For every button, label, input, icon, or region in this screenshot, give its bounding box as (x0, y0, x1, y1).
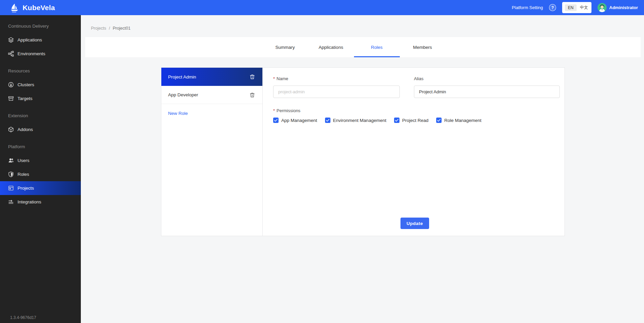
sidebar-group-title: Extension (0, 109, 81, 123)
name-input[interactable] (273, 86, 400, 98)
topbar-right: Platform Setting ? EN中文 Administrator (512, 2, 638, 13)
sidebar-item-label: Users (18, 158, 29, 163)
tab-members[interactable]: Members (400, 37, 446, 57)
sidebar-item-roles[interactable]: Roles (0, 167, 81, 181)
sidebar-item-label: Clusters (18, 82, 34, 87)
archive-icon (8, 96, 14, 101)
sidebar-item-targets[interactable]: Targets (0, 92, 81, 105)
permissions-row: App Management Environment Management Pr… (273, 118, 481, 123)
breadcrumb: Projects / Project01 (91, 26, 130, 31)
sidebar-item-environments[interactable]: Environments (0, 47, 81, 61)
sidebar: Continuous Delivery Applications (0, 15, 81, 323)
avatar (598, 3, 607, 12)
layout-icon (8, 185, 14, 191)
checkbox-checked-icon[interactable] (325, 118, 330, 123)
sidebar-item-clusters[interactable]: Clusters (0, 78, 81, 92)
permission-project-read[interactable]: Project Read (394, 118, 428, 123)
brand[interactable]: KubeVela (9, 3, 55, 13)
delete-role-icon[interactable] (250, 92, 255, 98)
sidebar-item-label: Environments (18, 51, 45, 56)
required-marker: * (273, 76, 275, 81)
cloud-download-icon (8, 82, 14, 88)
environments-icon (8, 51, 14, 57)
sidebar-group-resources: Resources Clusters Targets (0, 64, 81, 105)
shield-icon (8, 171, 14, 177)
permission-app-management[interactable]: App Management (273, 118, 317, 123)
role-name: App Developer (168, 92, 198, 97)
sidebar-group-extension: Extension Addons (0, 109, 81, 136)
role-name: Project Admin (168, 74, 196, 79)
username: Administrator (609, 5, 638, 10)
update-button[interactable]: Update (400, 218, 429, 229)
breadcrumb-current: Project01 (113, 26, 131, 31)
sidebar-group-platform: Platform Users Roles (0, 140, 81, 209)
help-icon[interactable]: ? (549, 4, 556, 11)
permission-role-management[interactable]: Role Management (436, 118, 481, 123)
tabs: Summary Applications Roles Members (262, 37, 446, 57)
lang-zh-button[interactable]: 中文 (579, 4, 589, 11)
sidebar-item-label: Addons (18, 127, 33, 132)
permission-label: Project Read (402, 118, 428, 123)
sidebar-group-continuous-delivery: Continuous Delivery Applications (0, 19, 81, 61)
sidebar-group-title: Resources (0, 64, 81, 78)
tab-applications[interactable]: Applications (308, 37, 354, 57)
alias-input[interactable] (414, 86, 560, 98)
permission-label: App Management (281, 118, 317, 123)
version-label: 1.3.4-9676d17 (10, 315, 36, 320)
breadcrumb-separator: / (109, 26, 110, 31)
permission-label: Environment Management (333, 118, 386, 123)
sidebar-item-projects[interactable]: Projects (0, 181, 81, 195)
checkbox-checked-icon[interactable] (436, 118, 442, 123)
permissions-label: * Permissions (273, 108, 300, 113)
permission-environment-management[interactable]: Environment Management (325, 118, 386, 123)
roles-list: Project Admin App Developer (161, 68, 263, 236)
users-icon (8, 158, 14, 163)
kubevela-logo-icon (9, 3, 20, 13)
sidebar-item-users[interactable]: Users (0, 154, 81, 167)
sidebar-item-integrations[interactable]: Integrations (0, 195, 81, 209)
sidebar-item-label: Roles (18, 172, 29, 177)
user-menu[interactable]: Administrator (598, 3, 638, 12)
tab-summary[interactable]: Summary (262, 37, 308, 57)
breadcrumb-projects[interactable]: Projects (91, 26, 106, 31)
role-form: * Name Alias * Permissions App Managemen… (263, 68, 565, 236)
layers-icon (8, 37, 14, 43)
brand-name: KubeVela (23, 4, 55, 12)
sidebar-group-title: Continuous Delivery (0, 19, 81, 33)
sidebar-item-label: Projects (18, 186, 34, 191)
topbar: KubeVela Platform Setting ? EN中文 Adminis… (0, 0, 644, 15)
new-role-button[interactable]: New Role (161, 104, 262, 122)
sidebar-item-label: Applications (18, 37, 42, 42)
sidebar-item-addons[interactable]: Addons (0, 123, 81, 136)
role-item-app-developer[interactable]: App Developer (161, 86, 262, 104)
role-item-project-admin[interactable]: Project Admin (161, 68, 262, 86)
cube-icon (8, 127, 14, 132)
sidebar-item-applications[interactable]: Applications (0, 33, 81, 47)
lang-en-button[interactable]: EN (565, 4, 577, 11)
sidebar-item-label: Integrations (18, 199, 41, 204)
alias-field-label: Alias (414, 76, 423, 81)
lines-icon (8, 199, 14, 205)
project-tabbar: Summary Applications Roles Members (85, 37, 641, 57)
name-field-label: * Name (273, 76, 288, 81)
sidebar-item-label: Targets (18, 96, 32, 101)
platform-setting-link[interactable]: Platform Setting (512, 5, 543, 10)
roles-card: Project Admin App Developer (161, 67, 565, 236)
delete-role-icon[interactable] (250, 74, 255, 79)
sidebar-group-title: Platform (0, 140, 81, 154)
language-switch: EN中文 (562, 2, 591, 13)
permission-label: Role Management (444, 118, 481, 123)
checkbox-checked-icon[interactable] (273, 118, 279, 123)
checkbox-checked-icon[interactable] (394, 118, 399, 123)
required-marker: * (273, 108, 275, 113)
tab-roles[interactable]: Roles (354, 37, 400, 57)
